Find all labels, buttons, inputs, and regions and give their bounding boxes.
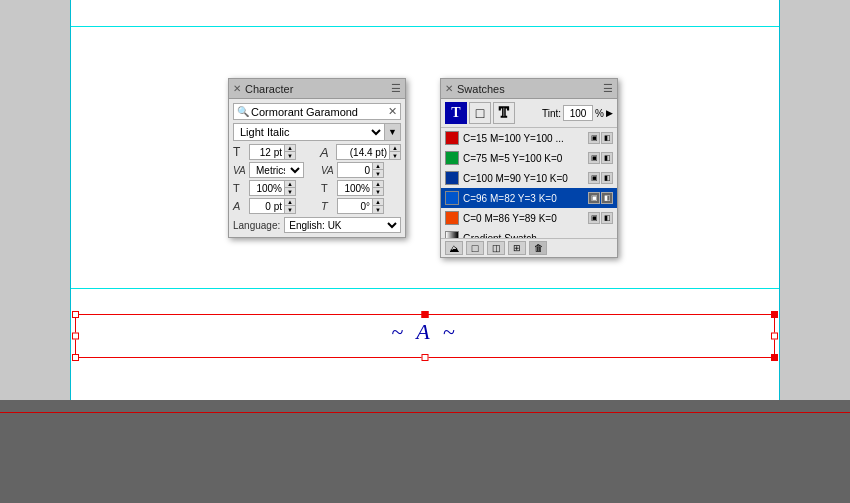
swatches-titlebar: ✕ Swatches ☰ xyxy=(441,79,617,99)
language-select[interactable]: English: UK xyxy=(284,217,401,233)
font-style-select[interactable]: Light Italic xyxy=(233,123,385,141)
font-name-input[interactable] xyxy=(251,106,388,118)
new-color-group-icon[interactable]: ⛰ xyxy=(445,241,463,255)
vscale-down[interactable]: ▼ xyxy=(373,188,383,195)
swatch-type-icons: ▣ ◧ xyxy=(588,152,613,164)
swatches-panel-close-icon[interactable]: ✕ xyxy=(445,83,453,94)
character-panel-close-icon[interactable]: ✕ xyxy=(233,83,241,94)
frame-text-content: ~ A ~ xyxy=(76,319,774,345)
hscale-down[interactable]: ▼ xyxy=(285,188,295,195)
tint-percent-sign: % xyxy=(595,108,604,119)
tracking-down[interactable]: ▼ xyxy=(373,170,383,177)
font-size-spin: ▲ ▼ xyxy=(284,145,295,159)
handle-bottom-mid[interactable] xyxy=(422,354,429,361)
vscale-label: T xyxy=(321,182,335,194)
font-name-row[interactable]: 🔍 ✕ xyxy=(233,103,401,120)
tint-chevron-icon[interactable]: ▶ xyxy=(606,108,613,118)
swatch-name: C=15 M=100 Y=100 ... xyxy=(463,133,584,144)
vscale-group: T ▲ ▼ xyxy=(321,180,401,196)
baseline-input[interactable] xyxy=(250,201,284,212)
swatches-panel: ✕ Swatches ☰ T □ T Tint: % ▶ C=15 M=100 … xyxy=(440,78,618,258)
swatch-type-icons: ▣ ◧ xyxy=(588,172,613,184)
swatch-mode-icon: ◧ xyxy=(601,192,613,204)
swatch-item[interactable]: C=100 M=90 Y=10 K=0 ▣ ◧ xyxy=(441,168,617,188)
swatch-type-icons: ▣ ◧ xyxy=(588,212,613,224)
guide-horizontal-bottom xyxy=(70,288,780,289)
tint-label: Tint: xyxy=(542,108,561,119)
font-size-up[interactable]: ▲ xyxy=(285,145,295,152)
swatch-gradient-item[interactable]: Gradient Swatch xyxy=(441,228,617,238)
swatch-stroke-text-btn[interactable]: T xyxy=(493,102,515,124)
hscale-label: T xyxy=(233,182,247,194)
tracking-up[interactable]: ▲ xyxy=(373,163,383,170)
swatch-item[interactable]: C=15 M=100 Y=100 ... ▣ ◧ xyxy=(441,128,617,148)
tracking-input[interactable] xyxy=(338,165,372,176)
new-mixed-ink-icon[interactable]: ◫ xyxy=(487,241,505,255)
leading-spin: ▲ ▼ xyxy=(389,145,400,159)
baseline-down[interactable]: ▼ xyxy=(285,206,295,213)
text-frame[interactable]: ~ A ~ xyxy=(75,314,775,358)
swatch-color-patch xyxy=(445,131,459,145)
leading-down[interactable]: ▼ xyxy=(390,152,400,159)
leading-up[interactable]: ▲ xyxy=(390,145,400,152)
handle-bottom-left[interactable] xyxy=(72,354,79,361)
font-size-input[interactable] xyxy=(250,147,284,158)
new-swatch-icon[interactable]: □ xyxy=(466,241,484,255)
swatch-item[interactable]: C=0 M=86 Y=89 K=0 ▣ ◧ xyxy=(441,208,617,228)
delete-swatch-icon[interactable]: 🗑 xyxy=(529,241,547,255)
baseline-label: A xyxy=(233,200,247,212)
swatches-panel-menu-icon[interactable]: ☰ xyxy=(603,82,613,95)
leading-input[interactable] xyxy=(337,147,389,158)
kerning-group: VA Metrics xyxy=(233,162,313,178)
skew-label: T xyxy=(321,200,335,212)
character-panel: ✕ Character ☰ 🔍 ✕ Light Italic ▼ T xyxy=(228,78,406,238)
swatch-name: C=0 M=86 Y=89 K=0 xyxy=(463,213,584,224)
hscale-input[interactable] xyxy=(250,183,284,194)
kerning-tracking-row: VA Metrics VA ▲ ▼ xyxy=(233,162,401,178)
font-size-down[interactable]: ▼ xyxy=(285,152,295,159)
skew-up[interactable]: ▲ xyxy=(373,199,383,206)
swatch-cmyk-icon: ▣ xyxy=(588,192,600,204)
swatch-fill-text-btn[interactable]: T xyxy=(445,102,467,124)
kerning-select[interactable]: Metrics xyxy=(249,162,304,178)
swatch-color-patch xyxy=(445,211,459,225)
baseline-input-wrap: ▲ ▼ xyxy=(249,198,296,214)
vscale-input[interactable] xyxy=(338,183,372,194)
swatch-name: C=100 M=90 Y=10 K=0 xyxy=(463,173,584,184)
skew-input-wrap: ▲ ▼ xyxy=(337,198,384,214)
swatch-gradient-name: Gradient Swatch xyxy=(463,233,613,239)
swatch-fill-frame-btn[interactable]: □ xyxy=(469,102,491,124)
font-name-clear-icon[interactable]: ✕ xyxy=(388,105,397,118)
search-icon: 🔍 xyxy=(237,106,249,117)
character-panel-titlebar: ✕ Character ☰ xyxy=(229,79,405,99)
tracking-group: VA ▲ ▼ xyxy=(321,162,401,178)
handle-top-left[interactable] xyxy=(72,311,79,318)
swatch-item-selected[interactable]: C=96 M=82 Y=3 K=0 ▣ ◧ xyxy=(441,188,617,208)
size-leading-row: T ▲ ▼ A ▲ ▼ xyxy=(233,144,401,160)
swatch-color-patch xyxy=(445,171,459,185)
handle-bottom-right[interactable] xyxy=(771,354,778,361)
handle-top-mid[interactable] xyxy=(422,311,429,318)
baseline-spin: ▲ ▼ xyxy=(284,199,295,213)
baseline-up[interactable]: ▲ xyxy=(285,199,295,206)
skew-input[interactable] xyxy=(338,201,372,212)
language-row: Language: English: UK xyxy=(233,217,401,233)
font-size-input-wrap: ▲ ▼ xyxy=(249,144,296,160)
baseline-group: A ▲ ▼ xyxy=(233,198,313,214)
swatch-item[interactable]: C=75 M=5 Y=100 K=0 ▣ ◧ xyxy=(441,148,617,168)
leading-input-wrap: ▲ ▼ xyxy=(336,144,401,160)
swatch-color-patch xyxy=(445,191,459,205)
skew-down[interactable]: ▼ xyxy=(373,206,383,213)
hscale-up[interactable]: ▲ xyxy=(285,181,295,188)
canvas-area: ~ A ~ xyxy=(0,0,850,400)
bottom-red-line xyxy=(0,412,850,413)
swatch-cmyk-icon: ▣ xyxy=(588,132,600,144)
tint-input[interactable] xyxy=(563,105,593,121)
font-style-dropdown-btn[interactable]: ▼ xyxy=(385,123,401,141)
swatch-color-patch xyxy=(445,151,459,165)
new-mixed-ink-group-icon[interactable]: ⊞ xyxy=(508,241,526,255)
kerning-label: VA xyxy=(233,165,247,176)
character-panel-menu-icon[interactable]: ☰ xyxy=(391,82,401,95)
handle-top-right[interactable] xyxy=(771,311,778,318)
vscale-up[interactable]: ▲ xyxy=(373,181,383,188)
